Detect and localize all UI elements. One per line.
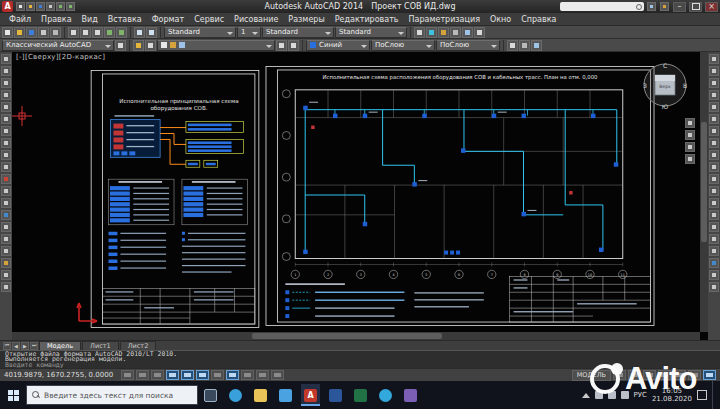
designcenter-icon[interactable]	[426, 27, 437, 38]
tab-layout2[interactable]: Лист2	[120, 341, 157, 351]
undo-icon[interactable]	[104, 27, 115, 38]
join-icon[interactable]	[709, 198, 719, 208]
polygon-icon[interactable]	[1, 90, 11, 100]
vertical-scrollbar-thumb[interactable]	[701, 122, 707, 242]
tab-layout1[interactable]: Лист1	[82, 341, 119, 351]
menu-modify[interactable]: Редактировать	[330, 13, 404, 26]
redo-icon[interactable]	[66, 2, 75, 11]
task-view-button[interactable]	[201, 384, 220, 406]
grid-toggle[interactable]	[136, 370, 149, 380]
group-icon[interactable]	[709, 270, 719, 280]
erase-icon[interactable]	[709, 54, 719, 64]
qnew-icon[interactable]	[2, 27, 13, 38]
show-desktop-button[interactable]	[712, 381, 716, 409]
insert-block-icon[interactable]	[1, 174, 11, 184]
stretch-icon[interactable]	[709, 150, 719, 160]
preview-icon[interactable]	[50, 27, 61, 38]
workspace-combo[interactable]: Классический AutoCAD	[2, 40, 114, 51]
full-navigation-wheel-icon[interactable]	[685, 118, 695, 128]
orbit-icon[interactable]	[685, 154, 695, 164]
extend-icon[interactable]	[709, 174, 719, 184]
table-icon[interactable]	[519, 40, 530, 51]
start-button[interactable]	[0, 381, 26, 409]
layer-states-icon[interactable]	[145, 40, 156, 51]
spline-icon[interactable]	[1, 150, 11, 160]
annotation-visibility-icon[interactable]	[658, 370, 671, 380]
workspace-settings-icon[interactable]	[115, 40, 126, 51]
layer-properties-icon[interactable]	[133, 40, 144, 51]
make-layer-current-icon[interactable]	[276, 40, 287, 51]
ellipse-icon[interactable]	[1, 162, 11, 172]
annotation-scale-icon[interactable]	[643, 370, 656, 380]
break-icon[interactable]	[709, 186, 719, 196]
open-file-icon[interactable]	[26, 2, 35, 11]
cleanscreen-icon[interactable]	[703, 370, 716, 380]
vertical-scrollbar[interactable]	[700, 52, 708, 332]
signin-icon[interactable]	[647, 2, 656, 11]
point-icon[interactable]	[1, 198, 11, 208]
photos-app-icon[interactable]	[401, 384, 420, 406]
gradient-icon[interactable]	[1, 222, 11, 232]
lineweight-toggle[interactable]	[241, 370, 254, 380]
zoom-icon[interactable]	[685, 142, 695, 152]
copy-icon[interactable]	[709, 66, 719, 76]
save-icon[interactable]	[36, 2, 45, 11]
undo-icon[interactable]	[56, 2, 65, 11]
circle-icon[interactable]	[1, 126, 11, 136]
menu-insert[interactable]: Вставка	[103, 13, 147, 26]
menu-draw[interactable]: Рисование	[229, 13, 283, 26]
minimize-button[interactable]	[673, 2, 686, 12]
close-button[interactable]	[705, 2, 718, 12]
transparency-toggle[interactable]	[256, 370, 269, 380]
revcloud-icon[interactable]	[1, 138, 11, 148]
toolbar-lock-icon[interactable]	[688, 370, 701, 380]
ungroup-icon[interactable]	[709, 282, 719, 292]
command-line[interactable]: Открытие файла формата AutoCAD 2010/LT 2…	[0, 350, 720, 368]
viewcube[interactable]: С Ю З В Верх	[638, 58, 692, 112]
network-icon[interactable]	[621, 391, 629, 399]
prev-tab-icon[interactable]: ◀	[12, 342, 20, 350]
clock[interactable]: 16:05 21.08.2020	[652, 387, 692, 403]
otrack-toggle[interactable]	[196, 370, 209, 380]
lineweight-combo[interactable]: ПоСлою	[436, 40, 500, 51]
table-style-combo[interactable]: Standard	[335, 27, 407, 38]
zoom-icon[interactable]	[146, 27, 157, 38]
color-combo[interactable]: Синий	[306, 40, 370, 51]
menu-dimension[interactable]: Размеры	[283, 13, 329, 26]
menu-format[interactable]: Формат	[147, 13, 189, 26]
volume-icon[interactable]	[608, 391, 616, 399]
taskbar-search-input[interactable]: Введите здесь текст для поиска	[26, 385, 198, 405]
redo-icon[interactable]	[116, 27, 127, 38]
ducs-toggle[interactable]	[211, 370, 224, 380]
viewport-controls[interactable]: [-][Сверху][2D-каркас]	[16, 53, 105, 61]
menu-view[interactable]: Вид	[77, 13, 103, 26]
open-icon[interactable]	[14, 27, 25, 38]
copy-icon[interactable]	[80, 27, 91, 38]
tab-model[interactable]: Модель	[39, 341, 81, 351]
sheetset-icon[interactable]	[450, 27, 461, 38]
helix-icon[interactable]	[1, 282, 11, 292]
polar-toggle[interactable]	[166, 370, 179, 380]
arc-icon[interactable]	[1, 114, 11, 124]
quickprop-toggle[interactable]	[271, 370, 284, 380]
language-indicator[interactable]: РУС	[634, 391, 647, 399]
scale-icon[interactable]	[709, 138, 719, 148]
save-icon[interactable]	[26, 27, 37, 38]
model-space-button[interactable]: МОДЕЛЬ	[572, 370, 611, 381]
dyn-toggle[interactable]	[226, 370, 239, 380]
properties-icon[interactable]	[414, 27, 425, 38]
action-center-icon[interactable]	[697, 390, 707, 400]
plot-icon[interactable]	[46, 2, 55, 11]
mail-app-icon[interactable]	[276, 384, 295, 406]
text-style-combo[interactable]: Standard	[164, 27, 236, 38]
fillet-icon[interactable]	[709, 222, 719, 232]
mtext-icon[interactable]	[1, 258, 11, 268]
quick-view-drawings-icon[interactable]	[628, 370, 641, 380]
last-tab-icon[interactable]: ⏭	[30, 342, 38, 350]
scale-combo[interactable]: 1	[237, 27, 261, 38]
table-icon[interactable]	[1, 246, 11, 256]
horizontal-scrollbar[interactable]	[12, 332, 700, 340]
explode-icon[interactable]	[709, 246, 719, 256]
cloud-icon[interactable]	[595, 391, 603, 399]
horizontal-scrollbar-thumb[interactable]	[252, 333, 442, 339]
